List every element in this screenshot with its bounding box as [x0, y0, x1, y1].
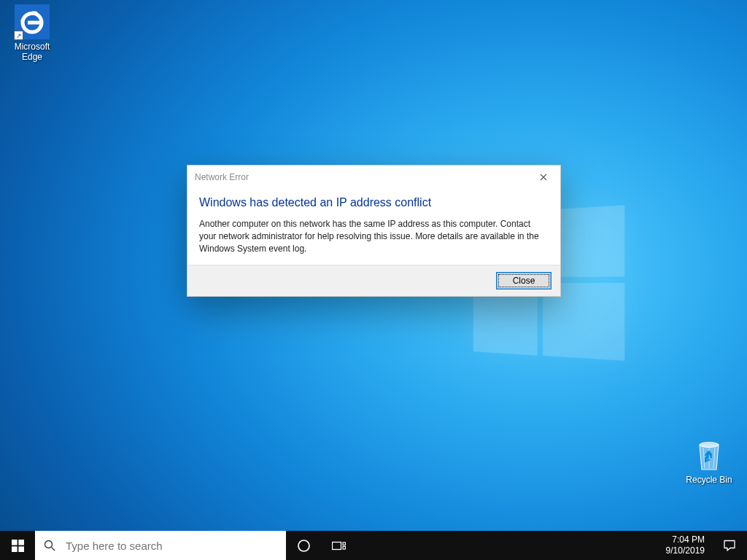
svg-rect-9 — [12, 546, 18, 552]
dialog-footer: Close — [187, 265, 560, 296]
action-center-button[interactable] — [712, 531, 747, 560]
system-clock[interactable]: 7:04 PM 9/10/2019 — [659, 531, 712, 560]
svg-rect-8 — [18, 540, 24, 545]
svg-rect-10 — [18, 546, 24, 552]
shortcut-arrow-icon: ↗ — [14, 31, 23, 40]
close-icon — [540, 174, 547, 181]
svg-point-3 — [700, 443, 719, 448]
clock-date: 9/10/2019 — [666, 545, 705, 556]
search-icon — [44, 540, 55, 551]
dialog-titlebar[interactable]: Network Error — [187, 166, 560, 189]
taskbar: 7:04 PM 9/10/2019 — [0, 531, 747, 560]
desktop-icon-recycle-bin[interactable]: Recycle Bin — [681, 438, 737, 486]
close-button-label: Close — [513, 276, 535, 286]
desktop-icon-label: Recycle Bin — [686, 475, 732, 486]
close-button[interactable]: Close — [496, 272, 551, 289]
windows-logo-icon — [12, 540, 24, 552]
search-input[interactable] — [66, 540, 277, 552]
cortana-button[interactable] — [286, 531, 321, 560]
desktop-icon-label: Microsoft Edge — [4, 42, 60, 63]
task-view-button[interactable] — [321, 531, 356, 560]
task-view-icon — [332, 540, 346, 551]
edge-icon: ↗ — [15, 4, 50, 39]
svg-point-11 — [45, 541, 53, 548]
svg-point-13 — [298, 540, 309, 551]
dialog-heading: Windows has detected an IP address confl… — [199, 196, 549, 209]
start-button[interactable] — [0, 531, 35, 560]
dialog-body-text: Another computer on this network has the… — [199, 218, 549, 254]
recycle-bin-icon — [692, 438, 726, 472]
taskbar-search[interactable] — [35, 531, 286, 560]
svg-rect-14 — [332, 542, 341, 549]
dialog-close-button[interactable] — [527, 166, 560, 189]
svg-line-12 — [52, 548, 55, 551]
svg-rect-2 — [28, 21, 42, 25]
notification-icon — [723, 539, 736, 552]
dialog-title: Network Error — [195, 172, 249, 182]
desktop-icon-microsoft-edge[interactable]: ↗ Microsoft Edge — [4, 4, 60, 63]
svg-rect-15 — [343, 542, 346, 545]
network-error-dialog: Network Error Windows has detected an IP… — [187, 165, 561, 297]
svg-rect-7 — [12, 540, 18, 545]
cortana-icon — [297, 539, 311, 553]
clock-time: 7:04 PM — [672, 534, 705, 545]
svg-rect-16 — [343, 546, 346, 549]
